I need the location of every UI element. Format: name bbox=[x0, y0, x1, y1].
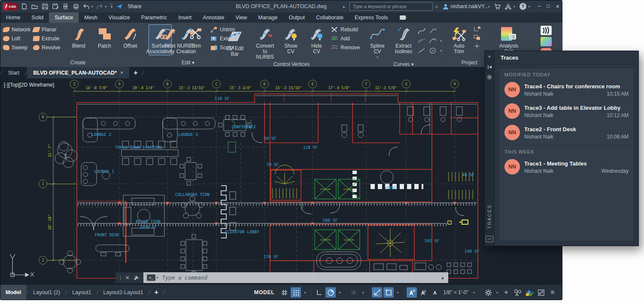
save-as-icon[interactable] bbox=[52, 3, 58, 10]
close-button[interactable]: × bbox=[556, 3, 559, 10]
object-snap-toggle[interactable] bbox=[383, 287, 394, 298]
print-icon[interactable] bbox=[73, 3, 79, 10]
curve-blend-icon[interactable] bbox=[429, 28, 437, 34]
osnap-dropdown[interactable]: ▾ bbox=[395, 291, 400, 295]
arc-dropdown[interactable]: ▾ bbox=[440, 39, 442, 43]
hamburger-menu-icon[interactable]: ≡ bbox=[547, 287, 558, 298]
arc-icon[interactable] bbox=[429, 38, 437, 44]
selection-cycling-icon[interactable] bbox=[513, 287, 523, 298]
spline-fit-icon[interactable] bbox=[418, 28, 425, 34]
help-icon[interactable]: ? bbox=[519, 3, 526, 10]
show-cv-button[interactable]: ShowCV bbox=[279, 24, 302, 55]
loft-button[interactable]: Loft bbox=[3, 35, 30, 42]
file-tab-start[interactable]: Start bbox=[2, 67, 25, 78]
autodesk-dropdown[interactable]: ▾ bbox=[513, 5, 515, 9]
remove-cv-button[interactable]: Remove bbox=[331, 44, 360, 51]
scale-dropdown[interactable]: ▾ bbox=[471, 291, 477, 295]
recent-commands-dropdown[interactable]: ▾ bbox=[156, 276, 158, 280]
graphics-performance-icon[interactable] bbox=[524, 287, 535, 298]
layout-tab-layout2-layout1[interactable]: Layout2-Layout1 bbox=[98, 285, 149, 300]
new-file-icon[interactable] bbox=[21, 3, 27, 10]
search-icon[interactable]: ⌕ bbox=[435, 3, 438, 10]
autocad-logo-icon[interactable]: ACAD bbox=[3, 3, 17, 10]
hide-cv-button[interactable]: HideCV bbox=[305, 24, 328, 55]
tab-output[interactable]: Output bbox=[283, 12, 310, 23]
share-label[interactable]: Share bbox=[128, 3, 141, 9]
layout-tab-layout1-2[interactable]: Layout1 (2) bbox=[28, 285, 65, 300]
trace-item-trace1[interactable]: NN Trace1 - Meeting Tables Nishant NaikW… bbox=[499, 156, 634, 178]
polar-dropdown[interactable]: ▾ bbox=[337, 291, 342, 295]
annotation-scale-value[interactable]: 1/8" = 1'-0" bbox=[441, 287, 470, 298]
command-input[interactable] bbox=[161, 274, 437, 281]
rebuild-button[interactable]: Rebuild bbox=[331, 26, 360, 33]
isodraft-dropdown[interactable]: ▾ bbox=[360, 291, 365, 295]
layout-tab-layout1[interactable]: Layout1 bbox=[67, 285, 96, 300]
tab-annotate[interactable]: Annotate bbox=[197, 12, 230, 23]
trace-item-trace4[interactable]: NN Trace4 - Chairs for conference room N… bbox=[499, 79, 634, 100]
trace-item-trace3[interactable]: NN Trace3 - Add table in Elevator Lobby … bbox=[499, 100, 634, 122]
trace-item-trace2[interactable]: NN Trace2 - Front Desk Nishant Naik10:08… bbox=[499, 122, 634, 143]
tab-solid[interactable]: Solid bbox=[26, 12, 49, 23]
palette-bottom-icon[interactable] bbox=[486, 236, 493, 242]
drag-handle-icon[interactable]: ⁞ bbox=[120, 275, 122, 280]
isodraft-toggle[interactable] bbox=[349, 287, 359, 298]
save-icon[interactable] bbox=[42, 3, 48, 10]
annotation-autoscale-toggle[interactable] bbox=[418, 287, 428, 298]
tab-mesh[interactable]: Mesh bbox=[79, 12, 103, 23]
sweep-button[interactable]: Sweep bbox=[3, 44, 30, 51]
command-close-icon[interactable]: × bbox=[125, 274, 129, 282]
tab-collaborate[interactable]: Collaborate bbox=[310, 12, 349, 23]
annotation-visibility-toggle[interactable] bbox=[407, 287, 417, 298]
grid-toggle[interactable] bbox=[279, 287, 289, 298]
tab-visualize[interactable]: Visualize bbox=[103, 12, 136, 23]
palette-properties-gear-icon[interactable] bbox=[486, 74, 492, 80]
tab-parametric[interactable]: Parametric bbox=[136, 12, 173, 23]
open-folder-icon[interactable] bbox=[31, 3, 38, 10]
maximize-button[interactable]: □ bbox=[547, 3, 550, 10]
tab-express-tools[interactable]: Express Tools bbox=[349, 12, 394, 23]
drawing-canvas[interactable]: [-][Top][2D Wireframe] bbox=[0, 78, 562, 284]
circle-dropdown[interactable]: ▾ bbox=[440, 49, 442, 53]
command-history-toggle[interactable]: ▲ bbox=[440, 275, 445, 280]
customize-wrench-icon[interactable] bbox=[133, 275, 139, 281]
circle-icon[interactable] bbox=[429, 48, 437, 54]
curvature-analysis-icon[interactable] bbox=[541, 37, 552, 46]
customization-gear-icon[interactable] bbox=[483, 287, 493, 298]
search-expand-arrow[interactable]: ▸ bbox=[343, 4, 345, 9]
cart-icon[interactable] bbox=[494, 3, 501, 10]
auto-trim-button[interactable]: AutoTrim bbox=[447, 24, 471, 55]
polar-tracking-toggle[interactable] bbox=[325, 287, 336, 298]
ortho-toggle[interactable] bbox=[314, 287, 324, 298]
spline-cv-button[interactable]: Spline CV▾ bbox=[365, 24, 389, 61]
project-ucs-icon[interactable] bbox=[473, 26, 481, 32]
redo-dropdown[interactable]: ▾ bbox=[105, 5, 106, 9]
cv-edit-bar-button[interactable]: CV Edit Bar bbox=[223, 24, 246, 58]
blend-button[interactable]: Blend bbox=[67, 24, 90, 50]
panel-edit-label[interactable]: Edit ▾ bbox=[156, 59, 220, 67]
revolve-button[interactable]: Revolve bbox=[33, 44, 60, 51]
tab-manage[interactable]: Manage bbox=[252, 12, 283, 23]
minimize-button[interactable]: – bbox=[538, 3, 541, 10]
file-tab-close-icon[interactable]: × bbox=[120, 70, 123, 76]
file-tab-drawing[interactable]: BLVD OFFICE_PLAN-AUTOCAD* × bbox=[27, 67, 129, 78]
snap-toggle[interactable] bbox=[291, 287, 301, 298]
search-input[interactable] bbox=[349, 2, 433, 11]
autodesk-logo-icon[interactable] bbox=[505, 3, 511, 10]
tray-plus-icon[interactable]: + bbox=[501, 287, 511, 298]
clean-screen-icon[interactable] bbox=[536, 287, 546, 298]
export-icon[interactable] bbox=[62, 3, 69, 10]
viewport-controls[interactable]: [-][Top][2D Wireframe] bbox=[4, 82, 54, 88]
fillet-button[interactable]: Fillet bbox=[158, 24, 182, 50]
new-layout-button[interactable]: + bbox=[150, 289, 163, 296]
undo-icon[interactable] bbox=[83, 3, 89, 10]
project-view-icon[interactable] bbox=[473, 34, 481, 40]
ribbon-display-options[interactable]: ▾ bbox=[396, 12, 410, 23]
redo-icon[interactable] bbox=[97, 3, 103, 10]
palette-autohide-pin-icon[interactable] bbox=[486, 64, 492, 70]
tab-home[interactable]: Home bbox=[0, 12, 26, 23]
panel-create-label[interactable]: Create bbox=[0, 59, 155, 67]
patch-button[interactable]: Patch bbox=[93, 24, 116, 50]
qat-customize-icon[interactable]: ▾ bbox=[110, 4, 112, 9]
help-dropdown[interactable]: ▾ bbox=[529, 5, 530, 9]
command-line-grip[interactable]: ⁞ × bbox=[115, 272, 143, 283]
